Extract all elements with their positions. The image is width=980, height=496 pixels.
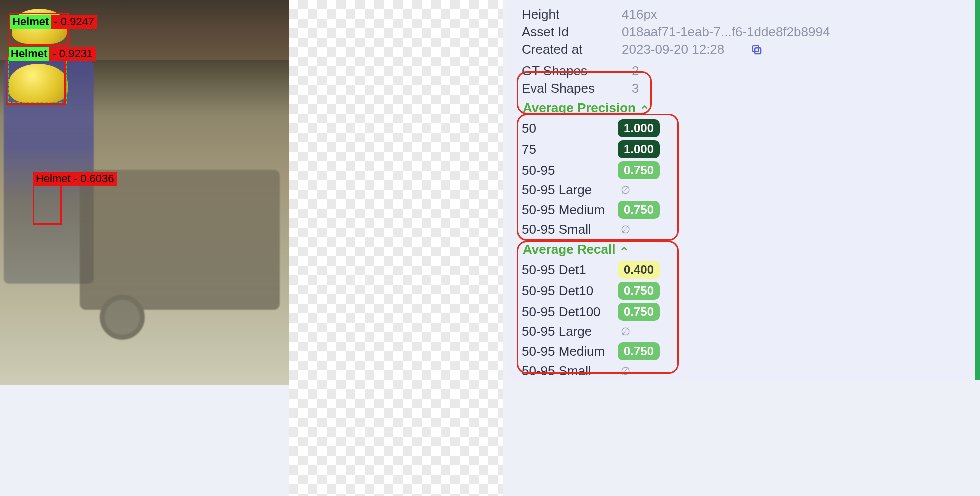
metric-key: 50-95 Small (522, 222, 613, 238)
metric-badge: 0.750 (618, 303, 660, 321)
det-label: Helmet (9, 47, 50, 61)
metric-row: 501.000 (522, 118, 961, 139)
value: 416px (622, 7, 658, 22)
metric-badge: 0.400 (618, 261, 660, 279)
kv-created-at: Created at 2023-09-20 12:28 (522, 41, 961, 58)
details-panel: Height 416px Asset Id 018aaf71-1eab-7...… (508, 0, 975, 380)
metric-empty: ∅ (618, 224, 630, 236)
metric-row: 50-950.750 (522, 160, 961, 181)
metric-key: 50-95 Det100 (522, 304, 613, 320)
value: 018aaf71-1eab-7...f6-1dde8f2b8994 (622, 24, 830, 40)
det-label-score: Helmet - 0.6036 (33, 172, 118, 186)
label: Eval Shapes (522, 81, 617, 96)
metric-row: 751.000 (522, 139, 961, 160)
section-title: Average Recall (523, 242, 616, 258)
metric-row: 50-95 Small∅ (522, 220, 961, 239)
image-column: Helmet - 0.9247 Helmet - 0.9231 Helmet -… (0, 0, 503, 496)
metric-key: 50-95 (522, 163, 613, 178)
value: 2023-09-20 12:28 (622, 42, 724, 58)
avg-recall-rows: 50-95 Det10.40050-95 Det100.75050-95 Det… (522, 260, 961, 380)
metric-row: 50-95 Det10.400 (522, 260, 961, 280)
value: 2 (632, 64, 639, 79)
scrollbar[interactable] (975, 0, 980, 380)
metric-row: 50-95 Medium0.750 (522, 200, 961, 220)
metric-badge: 0.750 (618, 201, 660, 219)
value: 3 (632, 81, 639, 96)
det-label: Helmet (10, 15, 51, 29)
metric-badge: 0.750 (618, 282, 660, 300)
metric-key: 50-95 Det10 (522, 284, 613, 299)
metric-empty: ∅ (618, 184, 630, 197)
annotated-image[interactable]: Helmet - 0.9247 Helmet - 0.9231 Helmet -… (0, 0, 289, 385)
avg-precision-header[interactable]: Average Precision (522, 98, 961, 118)
kv-asset-id: Asset Id 018aaf71-1eab-7...f6-1dde8f2b89… (522, 24, 961, 41)
metric-badge: 0.750 (618, 342, 660, 360)
metric-row: 50-95 Large∅ (522, 322, 961, 341)
chevron-up-icon (640, 100, 650, 116)
metric-row: 50-95 Det1000.750 (522, 302, 961, 322)
metric-key: 50-95 Medium (522, 202, 613, 218)
metric-key: 50-95 Large (522, 324, 613, 340)
bbox-helmet-2[interactable]: Helmet - 0.9231 (6, 54, 66, 105)
copy-icon[interactable] (750, 44, 764, 56)
section-title: Average Precision (523, 100, 636, 116)
label: GT Shapes (522, 64, 617, 79)
kv-height: Height 416px (522, 6, 961, 24)
kv-gt-shapes: GT Shapes 2 (522, 62, 961, 80)
metric-badge: 1.000 (618, 120, 660, 138)
det-score: - 0.9231 (50, 47, 96, 61)
metric-row: 50-95 Small∅ (522, 362, 961, 380)
det-score: - 0.9247 (51, 15, 98, 29)
svg-rect-0 (756, 48, 762, 54)
avg-precision-rows: 501.000751.00050-950.75050-95 Large∅50-9… (522, 118, 961, 239)
metric-key: 50-95 Medium (522, 344, 613, 360)
bbox-helmet-3[interactable]: Helmet - 0.6036 (33, 185, 62, 225)
metric-badge: 1.000 (618, 140, 660, 158)
metric-empty: ∅ (618, 365, 630, 378)
svg-rect-1 (753, 46, 759, 52)
metric-key: 75 (522, 142, 613, 158)
kv-eval-shapes: Eval Shapes 3 (522, 80, 961, 98)
metric-empty: ∅ (618, 326, 630, 338)
avg-recall-header[interactable]: Average Recall (522, 239, 961, 260)
metric-key: 50-95 Large (522, 182, 613, 198)
details-column: Height 416px Asset Id 018aaf71-1eab-7...… (503, 0, 980, 496)
metric-key: 50-95 Det1 (522, 262, 613, 278)
label: Created at (522, 42, 607, 58)
metric-key: 50 (522, 121, 613, 136)
bbox-helmet-1[interactable]: Helmet - 0.9247 (9, 13, 69, 46)
metric-row: 50-95 Large∅ (522, 181, 961, 200)
metric-key: 50-95 Small (522, 364, 613, 379)
label: Asset Id (522, 24, 607, 40)
metric-row: 50-95 Medium0.750 (522, 341, 961, 362)
metric-badge: 0.750 (618, 162, 660, 180)
app-root: Helmet - 0.9247 Helmet - 0.9231 Helmet -… (0, 0, 980, 496)
label: Height (522, 7, 607, 22)
machine-shape (80, 170, 280, 310)
metric-row: 50-95 Det100.750 (522, 280, 961, 302)
chevron-up-icon (620, 242, 630, 258)
canvas-empty-area (289, 0, 503, 496)
